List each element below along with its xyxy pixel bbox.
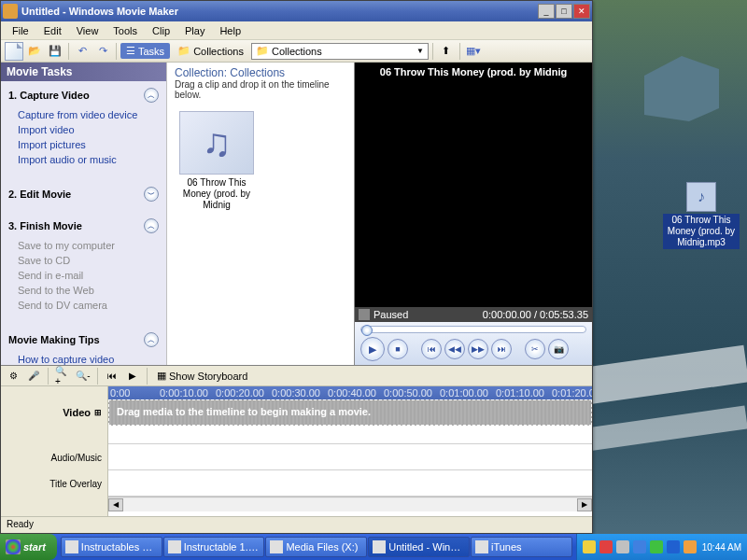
redo-button[interactable]: ↷	[93, 42, 112, 61]
bluetooth-icon[interactable]	[667, 540, 680, 553]
prev-button[interactable]: ⏮	[421, 339, 442, 359]
chevron-up-icon: ︿	[144, 88, 159, 103]
link-import-audio[interactable]: Import audio or music	[18, 152, 159, 167]
show-storyboard-button[interactable]: ▦ Show Storyboard	[153, 368, 251, 384]
taskbar-item[interactable]: Instructables edit st...	[61, 537, 162, 557]
timeline-set-button[interactable]: ⚙	[5, 368, 21, 385]
timeline-placeholder: Drag media to the timeline to begin maki…	[109, 400, 591, 423]
timeline-rewind-button[interactable]: ⏮	[104, 368, 120, 385]
menu-tools[interactable]: Tools	[106, 23, 145, 38]
menu-view[interactable]: View	[69, 23, 106, 38]
minimize-button[interactable]: _	[538, 4, 555, 19]
desktop-file[interactable]: ♪ 06 Throw This Money (prod. by Midnig.m…	[663, 182, 740, 249]
taskbar-item-active[interactable]: Untitled - Windows ...	[368, 537, 470, 557]
taskbar-item[interactable]: Media Files (X:)	[265, 537, 367, 557]
menu-edit[interactable]: Edit	[36, 23, 69, 38]
task-capture-video[interactable]: 1. Capture Video ︿	[8, 85, 159, 105]
start-button[interactable]: start	[0, 534, 57, 560]
task-title-label: Movie Making Tips	[8, 334, 100, 345]
task-tips[interactable]: Movie Making Tips ︿	[8, 329, 159, 350]
tray-icon[interactable]	[599, 540, 613, 553]
tray-icon[interactable]	[684, 540, 697, 553]
snapshot-button[interactable]: 📷	[548, 339, 569, 359]
timeline-toolbar: ⚙ 🎤 🔍+ 🔍- ⏮ ▶ ▦ Show Storyboard	[1, 366, 592, 386]
save-button[interactable]: 💾	[46, 42, 64, 61]
expand-icon[interactable]: ⊞	[94, 408, 102, 417]
forward-button[interactable]: ▶▶	[468, 339, 488, 359]
preview-status-text: Paused	[374, 309, 408, 320]
scroll-left-button[interactable]: ◀	[108, 498, 123, 511]
menu-help[interactable]: Help	[212, 23, 248, 38]
link-import-pictures[interactable]: Import pictures	[18, 137, 159, 152]
video-track[interactable]: Drag media to the timeline to begin maki…	[108, 399, 592, 426]
storyboard-icon: ▦	[157, 370, 166, 382]
link-save-computer: Save to my computer	[18, 238, 159, 253]
app-icon	[373, 540, 386, 553]
clock[interactable]: 10:44 AM	[702, 542, 741, 553]
link-import-video[interactable]: Import video	[18, 122, 159, 137]
music-file-icon: ♪	[686, 182, 716, 212]
timeline-tracks[interactable]: 0:00 0:00:10.00 0:00:20.00 0:00:30.00 0:…	[108, 386, 592, 516]
zoom-out-button[interactable]: 🔍-	[75, 368, 92, 385]
undo-button[interactable]: ↶	[73, 42, 92, 61]
collections-label: Collections	[193, 46, 244, 57]
timeline-labels: Video ⊞ Audio/Music Title Overlay	[1, 386, 108, 516]
stop-button[interactable]: ■	[388, 339, 408, 359]
title-track[interactable]	[108, 470, 592, 497]
task-title-label: 1. Capture Video	[8, 90, 90, 101]
seek-handle[interactable]	[361, 325, 373, 336]
view-button[interactable]: ▦▾	[464, 42, 483, 61]
seek-bar[interactable]	[360, 326, 586, 333]
transition-track[interactable]	[108, 426, 592, 444]
tasks-sidebar: Movie Tasks 1. Capture Video ︿ Capture f…	[1, 63, 167, 365]
sidebar-header: Movie Tasks	[1, 63, 166, 81]
menu-clip[interactable]: Clip	[145, 23, 177, 38]
chevron-down-icon: ▼	[416, 47, 424, 55]
rewind-button[interactable]: ◀◀	[444, 339, 465, 359]
tray-icon[interactable]	[633, 540, 646, 553]
chevron-down-icon: ﹀	[144, 187, 159, 202]
collection-area: Collection: Collections Drag a clip and …	[167, 63, 354, 365]
zoom-in-button[interactable]: 🔍+	[54, 368, 71, 385]
timeline-play-button[interactable]: ▶	[124, 368, 141, 385]
video-track-label: Video ⊞	[1, 399, 107, 426]
close-button[interactable]: ✕	[573, 4, 590, 19]
task-edit-movie[interactable]: 2. Edit Movie ﹀	[8, 184, 159, 204]
tray-icon[interactable]	[650, 540, 663, 553]
next-button[interactable]: ⏭	[491, 339, 512, 359]
up-button[interactable]: ⬆	[437, 42, 456, 61]
app-icon	[168, 540, 181, 553]
tip-capture[interactable]: How to capture video	[18, 352, 159, 365]
clip-item[interactable]: ♫ 06 Throw This Money (prod. by Midnig	[175, 111, 259, 211]
system-tray: 10:44 AM	[576, 534, 747, 560]
timeline-ruler: 0:00 0:00:10.00 0:00:20.00 0:00:30.00 0:…	[108, 386, 592, 399]
windows-icon	[6, 539, 21, 554]
taskbar-item[interactable]: Instructable 1.JPG - ...	[163, 537, 265, 557]
scroll-right-button[interactable]: ▶	[577, 498, 592, 511]
taskbar-item[interactable]: iTunes	[471, 537, 572, 557]
open-button[interactable]: 📂	[25, 42, 44, 61]
split-button[interactable]: ✂	[525, 339, 545, 359]
timeline-narrate-button[interactable]: 🎤	[25, 368, 42, 385]
new-project-button[interactable]	[5, 42, 23, 61]
tray-icon[interactable]	[616, 540, 629, 553]
audio-track[interactable]	[108, 444, 592, 470]
tasks-button[interactable]: ☰ Tasks	[120, 43, 170, 59]
window-title: Untitled - Windows Movie Maker	[21, 6, 538, 17]
link-capture-device[interactable]: Capture from video device	[18, 107, 159, 122]
collections-button[interactable]: 📁 Collections	[172, 43, 249, 59]
link-send-web: Send to the Web	[18, 283, 159, 298]
link-send-dv: Send to DV camera	[18, 298, 159, 313]
menu-file[interactable]: File	[5, 23, 36, 38]
task-title-label: 2. Edit Movie	[8, 189, 71, 200]
chevron-up-icon: ︿	[144, 332, 159, 347]
menu-play[interactable]: Play	[177, 23, 212, 38]
menubar: File Edit View Tools Clip Play Help	[1, 21, 592, 40]
maximize-button[interactable]: □	[556, 4, 572, 19]
task-finish-movie[interactable]: 3. Finish Movie ︿	[8, 216, 159, 236]
timeline-scrollbar[interactable]: ◀ ▶	[108, 497, 592, 511]
collections-dropdown[interactable]: 📁 Collections ▼	[251, 43, 429, 60]
titlebar[interactable]: Untitled - Windows Movie Maker _ □ ✕	[1, 1, 592, 21]
tray-icon[interactable]	[583, 540, 596, 553]
play-button[interactable]: ▶	[360, 337, 385, 361]
